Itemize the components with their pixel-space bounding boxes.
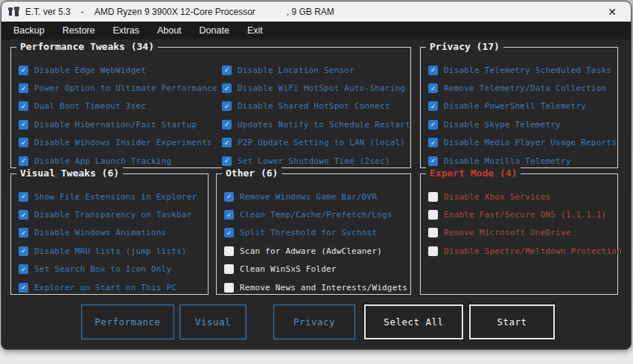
checkbox-row[interactable]: Clean WinSxS Folder — [224, 261, 410, 278]
checked-checkbox-icon[interactable]: ✓ — [19, 210, 28, 220]
checkbox-label: Disable Shared HotSpot Connect — [238, 101, 390, 111]
checkbox-row[interactable]: ✓Disable Shared HotSpot Connect — [222, 98, 410, 115]
checkbox-label: P2P Update Setting to LAN (local) — [238, 138, 405, 147]
checkbox-row[interactable]: ✓Disable Transparency on Taskbar — [19, 205, 208, 223]
checkbox-column: ✓Show File Extensions in Explorer✓Disabl… — [11, 174, 208, 296]
menu-item-about[interactable]: About — [149, 23, 190, 38]
checked-checkbox-icon[interactable]: ✓ — [19, 66, 28, 75]
checkbox-row[interactable]: ✓Disable MRU lists (jump lists) — [19, 242, 208, 260]
checked-checkbox-icon[interactable]: ✓ — [428, 138, 438, 147]
checked-checkbox-icon[interactable]: ✓ — [222, 101, 232, 111]
checkbox-row[interactable]: ✓Disable Hibernation/Fast Startup — [19, 115, 222, 133]
checkbox-label: Disable Hibernation/Fast Startup — [34, 120, 197, 130]
menu-item-restore[interactable]: Restore — [54, 23, 104, 38]
menu-item-exit[interactable]: Exit — [239, 23, 271, 38]
checked-checkbox-icon[interactable]: ✓ — [19, 246, 28, 256]
checkbox-row[interactable]: Scan for Adware (AdwCleaner) — [224, 242, 410, 260]
checkbox-row[interactable]: ✓Explorer on Start on This PC — [19, 278, 208, 296]
group-title-privacy: Privacy (17) — [426, 41, 503, 52]
checkbox-row[interactable]: ✓Remove Windows Game Bar/DVR — [224, 188, 410, 205]
checkbox-row[interactable]: ✓Disable Skype Telemetry — [428, 115, 617, 133]
checkbox-row[interactable]: ✓Power Option to Ultimate Performance — [19, 79, 222, 97]
checkbox-label: Scan for Adware (AdwCleaner) — [240, 246, 382, 256]
group-performance-tweaks: Performance Tweaks (34) ✓Disable Edge We… — [10, 47, 411, 168]
performance-button[interactable]: Performance — [81, 304, 174, 339]
checkbox-row[interactable]: ✓Dual Boot Timeout 3sec — [19, 98, 222, 115]
checkbox-row[interactable]: Enable Fast/Secure DNS (1.1.1.1) — [428, 205, 617, 223]
checkbox-row[interactable]: ✓Disable PowerShell Telemetry — [428, 98, 617, 115]
checkbox-label: Disable Spectre/Meltdown Protection — [444, 246, 622, 256]
select-all-button[interactable]: Select All — [364, 304, 463, 339]
checkbox-row[interactable]: ✓Updates Notify to Schedule Restart — [222, 115, 410, 133]
group-title-expert-mode: Expert Mode (4) — [426, 167, 521, 179]
checkbox-row[interactable]: ✓Disable Windows Insider Experiments — [19, 134, 222, 152]
unchecked-checkbox-icon[interactable] — [428, 210, 438, 220]
unchecked-checkbox-icon[interactable] — [224, 246, 234, 256]
checked-checkbox-icon[interactable]: ✓ — [428, 101, 438, 111]
start-button[interactable]: Start — [469, 304, 555, 339]
checked-checkbox-icon[interactable]: ✓ — [19, 264, 28, 274]
checkbox-label: Disable Xbox Services — [444, 192, 550, 202]
menu-item-donate[interactable]: Donate — [191, 23, 238, 38]
unchecked-checkbox-icon[interactable] — [428, 246, 438, 256]
unchecked-checkbox-icon[interactable] — [428, 228, 438, 237]
checked-checkbox-icon[interactable]: ✓ — [19, 120, 28, 130]
privacy-button[interactable]: Privacy — [273, 304, 355, 339]
checkbox-row[interactable]: ✓Disable Telemetry Scheduled Tasks — [428, 61, 617, 79]
group-other: Other (6) ✓Remove Windows Game Bar/DVR✓C… — [216, 173, 411, 295]
checked-checkbox-icon[interactable]: ✓ — [222, 66, 232, 75]
checked-checkbox-icon[interactable]: ✓ — [222, 83, 232, 93]
visual-button[interactable]: Visual — [179, 304, 246, 339]
checkbox-row[interactable]: ✓Disable Windows Animations — [19, 224, 208, 242]
unchecked-checkbox-icon[interactable] — [224, 264, 234, 274]
checkbox-row[interactable]: ✓Clean Temp/Cache/Prefetch/Logs — [224, 205, 410, 223]
checkbox-row[interactable]: ✓Remove Telemetry/Data Collection — [428, 79, 617, 97]
menu-item-extras[interactable]: Extras — [104, 23, 147, 38]
checkbox-row[interactable]: ✓Show File Extensions in Explorer — [19, 188, 208, 205]
checked-checkbox-icon[interactable]: ✓ — [428, 120, 438, 130]
checkbox-row[interactable]: ✓Disable Media Player Usage Reports — [428, 134, 617, 152]
checkbox-row[interactable]: Disable Xbox Services — [428, 188, 617, 205]
checked-checkbox-icon[interactable]: ✓ — [222, 156, 232, 166]
checked-checkbox-icon[interactable]: ✓ — [19, 83, 28, 93]
checked-checkbox-icon[interactable]: ✓ — [428, 66, 438, 75]
checked-checkbox-icon[interactable]: ✓ — [224, 228, 234, 237]
checked-checkbox-icon[interactable]: ✓ — [224, 192, 234, 202]
window-title-cpu: AMD Ryzen 9 3900X 12-Core Processor — [95, 7, 255, 17]
checkbox-row[interactable]: ✓Split Threshold for Svchost — [224, 224, 410, 242]
checkbox-row[interactable]: ✓Disable Edge WebWidget — [19, 61, 222, 79]
checkbox-label: Disable App Launch Tracking — [34, 156, 171, 166]
checked-checkbox-icon[interactable]: ✓ — [19, 283, 28, 293]
menu-item-backup[interactable]: Backup — [5, 23, 53, 38]
close-icon[interactable]: ✕ — [601, 4, 623, 20]
checkbox-label: Dual Boot Timeout 3sec — [34, 101, 146, 111]
checkbox-row[interactable]: ✓Disable Location Sensor — [222, 61, 410, 79]
checked-checkbox-icon[interactable]: ✓ — [19, 101, 28, 111]
checked-checkbox-icon[interactable]: ✓ — [222, 138, 232, 147]
unchecked-checkbox-icon[interactable] — [428, 192, 438, 202]
checkbox-row[interactable]: Remove Microsoft OneDrive — [428, 224, 617, 242]
checkbox-row[interactable]: Remove News and Interests/Widgets — [224, 278, 410, 296]
checked-checkbox-icon[interactable]: ✓ — [19, 228, 28, 237]
checked-checkbox-icon[interactable]: ✓ — [428, 156, 438, 166]
checkbox-row[interactable]: Disable Spectre/Meltdown Protection — [428, 242, 617, 260]
checkbox-column-left: ✓Disable Edge WebWidget✓Power Option to … — [19, 61, 222, 170]
checked-checkbox-icon[interactable]: ✓ — [19, 156, 28, 166]
checked-checkbox-icon[interactable]: ✓ — [222, 120, 232, 130]
unchecked-checkbox-icon[interactable] — [224, 283, 234, 293]
checked-checkbox-icon[interactable]: ✓ — [19, 138, 28, 147]
checkbox-label: Disable MRU lists (jump lists) — [34, 246, 187, 256]
checkbox-label: Remove News and Interests/Widgets — [240, 283, 407, 293]
app-window: E.T. ver 5.3 - AMD Ryzen 9 3900X 12-Core… — [1, 1, 632, 350]
window-title-app: E.T. ver 5.3 — [25, 7, 71, 17]
checked-checkbox-icon[interactable]: ✓ — [19, 192, 28, 202]
checkbox-row[interactable]: ✓P2P Update Setting to LAN (local) — [222, 134, 410, 152]
checkbox-column: ✓Disable Telemetry Scheduled Tasks✓Remov… — [421, 48, 617, 170]
checkbox-label: Updates Notify to Schedule Restart — [238, 120, 410, 130]
checked-checkbox-icon[interactable]: ✓ — [428, 83, 438, 93]
checked-checkbox-icon[interactable]: ✓ — [224, 210, 234, 220]
checkbox-row[interactable]: ✓Disable WiFi HotSpot Auto-Sharing — [222, 79, 410, 97]
checkbox-label: Enable Fast/Secure DNS (1.1.1.1) — [444, 210, 606, 220]
checkbox-row[interactable]: ✓Set Search Box to Icon Only — [19, 261, 208, 278]
checkbox-label: Disable Telemetry Scheduled Tasks — [444, 66, 611, 75]
